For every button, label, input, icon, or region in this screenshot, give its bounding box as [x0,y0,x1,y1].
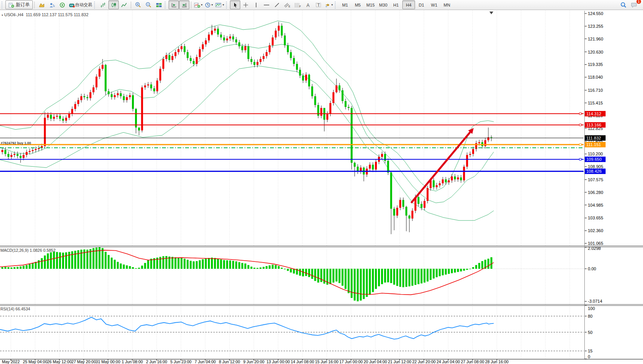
timeframe-toolbar: M1M5M15M30H1H4D1W1MN [339,0,453,9]
notifications-button[interactable]: 1 [629,0,639,9]
timeframe-M30[interactable]: M30 [377,0,390,9]
indicators-icon [194,2,200,8]
svg-text:109.650: 109.650 [586,157,602,162]
templates-icon [215,2,222,8]
svg-text:May 2022: May 2022 [2,359,20,364]
chart-canvas[interactable]: 124.550123.255121.960120.630119.335118.0… [0,10,643,364]
channel-tool-button[interactable]: E [282,0,292,9]
svg-text:2 Jun 16:00: 2 Jun 16:00 [146,359,167,364]
svg-text:1 Jun 08:00: 1 Jun 08:00 [122,359,143,364]
arrows-tool-button[interactable]: ▾ [324,0,334,9]
tile-windows-button[interactable] [154,0,164,9]
periods-button[interactable]: ▾ [204,0,214,9]
fibonacci-icon: F [294,2,301,8]
bar-chart-icon [100,2,106,8]
hline-handle[interactable] [579,158,581,160]
cursor-tool-button[interactable] [230,0,240,9]
svg-text:115.415: 115.415 [588,101,603,105]
svg-text:124.550: 124.550 [588,11,603,16]
cursor-icon [233,2,238,8]
fibonacci-tool-button[interactable]: F [292,0,303,9]
svg-text:0: 0 [588,354,590,359]
svg-text:8 Jun 12:00: 8 Jun 12:00 [219,359,240,364]
signals-icon [59,2,65,8]
vertical-line-tool-button[interactable] [251,0,261,9]
svg-text:106.280: 106.280 [588,190,603,195]
timeframe-W1[interactable]: W1 [428,0,440,9]
svg-text:F: F [299,5,301,8]
search-button[interactable] [618,0,629,9]
hline-handle[interactable] [579,144,581,146]
svg-text:110.200: 110.200 [588,152,603,156]
toolbar-grip[interactable] [226,2,228,8]
new-order-icon [8,2,14,8]
svg-text:25 May 04:00: 25 May 04:00 [23,359,47,364]
profiles-button[interactable] [36,0,47,9]
timeframe-D1[interactable]: D1 [415,0,428,9]
zoom-in-button[interactable] [133,0,143,9]
vertical-line-icon [254,2,258,8]
chart-candles-button[interactable] [108,0,119,9]
hline-handle[interactable] [579,113,581,115]
templates-button[interactable]: ▾ [214,0,225,9]
horizontal-line-tool-button[interactable] [261,0,272,9]
macd-signal-value: 0.5852 [43,248,56,253]
text-tool-button[interactable]: A [303,0,313,9]
indicators-button[interactable]: ▾ [193,0,204,9]
timeframe-M1[interactable]: M1 [339,0,351,9]
horizontal-line-icon [263,2,270,8]
trendline-icon [274,2,280,8]
chart-shift-icon [181,2,187,8]
symbol-dropdown-icon[interactable]: ▾ [2,13,3,17]
svg-text:118.040: 118.040 [588,75,603,79]
notification-badge: 1 [636,0,641,4]
svg-text:21 Jun 12:00: 21 Jun 12:00 [388,359,412,364]
new-order-label: 新订单 [16,2,30,8]
tile-windows-icon [156,2,162,8]
order-line-label: #7624792 buy 1.00 [1,141,31,145]
dropdown-caret: ▾ [201,3,203,7]
profiles-icon [39,2,45,8]
svg-text:113.166: 113.166 [586,123,601,127]
text-label-tool-button[interactable]: T [313,0,324,9]
toolbar-grip[interactable] [2,2,4,8]
trendline-tool-button[interactable] [272,0,282,9]
timeframe-MN[interactable]: MN [440,0,453,9]
svg-text:26 May 12:00: 26 May 12:00 [47,359,72,364]
macd-indicator-label: MACD(12,26,9) 1.0826 0.5852 [0,248,56,253]
svg-text:108.426: 108.426 [586,169,602,174]
svg-text:2.0298: 2.0298 [588,246,601,251]
toolbar-grip[interactable] [165,2,167,8]
crosshair-tool-button[interactable] [240,0,251,9]
auto-scroll-icon [171,2,177,8]
signals-button[interactable] [57,0,68,9]
timeframe-M5[interactable]: M5 [351,0,364,9]
timeframe-H4[interactable]: H4 [402,0,415,9]
chart-line-button[interactable] [119,0,129,9]
chart-bars-button[interactable] [98,0,108,9]
svg-text:A: A [307,2,310,8]
auto-scroll-button[interactable] [169,0,179,9]
hline-handle[interactable] [579,124,581,126]
chart-shift-button[interactable] [179,0,189,9]
chart-area[interactable]: 124.550123.255121.960120.630119.335118.0… [0,10,643,364]
svg-text:20 Jun 04:00: 20 Jun 04:00 [364,359,387,364]
ohlc-open: 111.659 [26,12,41,17]
new-order-button[interactable]: 新订单 [5,0,33,9]
dropdown-caret: ▾ [331,3,333,7]
market-watch-button[interactable] [47,0,57,9]
zoom-out-button[interactable] [143,0,154,9]
svg-text:104.985: 104.985 [588,203,603,207]
svg-text:108.905: 108.905 [588,164,603,169]
svg-text:28 Jun 16:00: 28 Jun 16:00 [485,359,509,364]
toolbar-grip[interactable] [335,2,337,8]
svg-text:5 Jun 23:00: 5 Jun 23:00 [170,359,192,364]
ohlc-close: 111.832 [74,12,88,17]
line-chart-icon [121,2,127,8]
toolbar: 新订单 自动交易 ▾ ▾ [0,0,643,10]
svg-text:50: 50 [588,330,592,335]
toolbar-grip[interactable] [94,2,96,8]
timeframe-H1[interactable]: H1 [390,0,402,9]
auto-trading-button[interactable]: 自动交易 [68,0,93,9]
timeframe-M15[interactable]: M15 [364,0,377,9]
